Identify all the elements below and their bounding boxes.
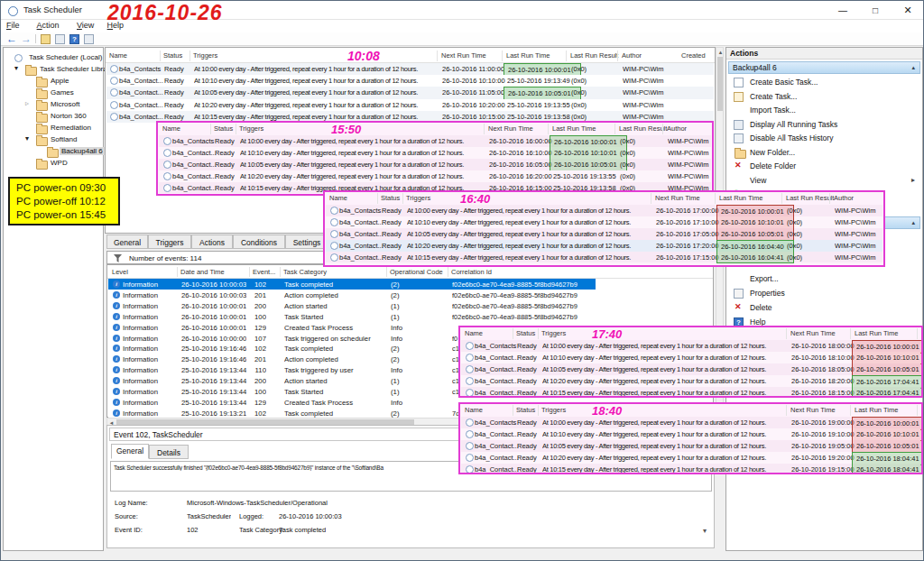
column-header-status[interactable]: Status [214, 124, 233, 133]
history-event-row[interactable]: iInformation26-10-2016 10:00:03102Task c… [108, 279, 596, 290]
column-header-author[interactable]: Author [667, 124, 687, 133]
task-row[interactable]: b4a_Contact...ReadyAt 10:10 every day - … [106, 75, 714, 87]
event-id: 200 [230, 302, 266, 310]
scrollbar-thumb[interactable] [717, 57, 723, 111]
tree-item-wpd[interactable]: WPD [4, 157, 103, 169]
minimize-button[interactable]: — [827, 1, 859, 20]
column-header-last-run-time[interactable]: Last Run Time [855, 329, 898, 337]
column-header-triggers[interactable]: Triggers [239, 124, 263, 133]
tab-event-details[interactable]: Details [149, 445, 189, 459]
column-header-next-run-time[interactable]: Next Run Time [441, 51, 486, 60]
column-header-task-category[interactable]: Task Category [283, 268, 327, 276]
actions-section-backup4all[interactable]: Backup4all 6 ▴ [728, 61, 920, 74]
action-item-create-task-[interactable]: Create Task... [726, 90, 922, 104]
tree-item-remediation[interactable]: Remediation [4, 122, 103, 133]
back-arrow-icon[interactable]: ← [6, 32, 17, 45]
action-item-view[interactable]: View▸ [726, 174, 922, 188]
event-opcode: (1) [391, 302, 423, 310]
forward-arrow-icon[interactable]: → [21, 32, 32, 45]
column-header-triggers[interactable]: Triggers [541, 329, 566, 337]
help-icon[interactable]: ? [69, 34, 79, 44]
column-header-next-run-time[interactable]: Next Run Time [488, 124, 533, 133]
tab-actions[interactable]: Actions [191, 235, 233, 249]
chevron-expanded-icon[interactable]: ▾ [25, 134, 29, 143]
column-header-last-run-result[interactable]: Last Run Result [619, 124, 667, 133]
column-header-triggers[interactable]: Triggers [406, 194, 430, 202]
history-event-row[interactable]: iInformation26-10-2016 10:00:01200Action… [108, 300, 712, 311]
collapse-arrow-icon[interactable]: ▴ [911, 219, 915, 226]
history-event-row[interactable]: iInformation26-10-2016 10:00:01100Task S… [108, 311, 712, 322]
tree-item-backup4all-6[interactable]: Backup4all 6 [4, 145, 103, 157]
column-header-last-run-time[interactable]: Last Run Time [719, 194, 762, 202]
column-header-next-run-time[interactable]: Next Run Time [790, 329, 836, 337]
column-header-last-run-result[interactable]: Last Run Result [570, 51, 618, 60]
column-header-triggers[interactable]: Triggers [541, 406, 566, 414]
tree-item-norton-360[interactable]: Norton 360 [4, 110, 103, 122]
tab-general[interactable]: General [106, 235, 148, 249]
action-item-create-basic-task-[interactable]: Create Basic Task... [726, 76, 922, 89]
tree-item-task-scheduler-library[interactable]: ▾Task Scheduler Library [4, 63, 103, 75]
action-item-display-all-running-tasks[interactable]: Display All Running Tasks [726, 118, 922, 132]
column-header-name[interactable]: Name [329, 194, 347, 202]
tree-item-task-scheduler-local-[interactable]: Task Scheduler (Local) [4, 51, 103, 63]
close-button[interactable]: ✕ [892, 1, 924, 20]
tab-event-general[interactable]: General [111, 444, 149, 459]
menu-view[interactable]: View [77, 21, 94, 30]
tree-item-apple[interactable]: Apple [4, 75, 103, 87]
column-header-name[interactable]: Name [109, 51, 127, 60]
column-header-last-run-result[interactable]: Last Run Result [921, 406, 923, 414]
column-header-status[interactable]: Status [516, 406, 535, 414]
column-header-last-run-result[interactable]: Last Run Result [921, 329, 923, 337]
column-header-status[interactable]: Status [516, 329, 535, 337]
task-author: WIM-PC\Wim [668, 172, 714, 180]
menu-file[interactable]: File [6, 21, 20, 30]
task-row[interactable]: b4a_Contact...ReadyAt 10:05 every day - … [106, 87, 714, 98]
menu-action[interactable]: Action [37, 21, 60, 30]
tab-conditions[interactable]: Conditions [233, 235, 285, 249]
collapse-arrow-icon[interactable]: ▴ [911, 64, 915, 71]
show-console-tree-icon[interactable] [41, 34, 51, 44]
column-header-next-run-time[interactable]: Next Run Time [790, 406, 836, 414]
scroll-up-arrow[interactable]: ▴ [716, 48, 725, 56]
tree-item-softland[interactable]: ▾Softland [4, 133, 103, 145]
column-header-level[interactable]: Level [112, 268, 128, 276]
action-item-properties[interactable]: Properties [726, 287, 922, 300]
scroll-down-chevron-icon[interactable]: ▾ [703, 527, 707, 535]
column-header-event-[interactable]: Event... [253, 268, 275, 276]
column-header-created[interactable]: Created [681, 51, 706, 60]
column-header-last-run-time[interactable]: Last Run Time [855, 406, 898, 414]
action-item-delete[interactable]: ✕Delete [726, 301, 922, 315]
chevron-expanded-icon[interactable]: ▾ [14, 64, 18, 72]
task-row[interactable]: b4a_ContactsReadyAt 10:00 every day - Af… [106, 63, 714, 75]
tab-triggers[interactable]: Triggers [148, 235, 191, 249]
standard-window-icon[interactable] [55, 34, 65, 44]
action-item-import-task-[interactable]: Import Task... [726, 104, 922, 117]
column-header-author[interactable]: Author [834, 194, 854, 202]
history-event-row[interactable]: iInformation26-10-2016 10:00:03201Action… [108, 290, 712, 300]
tree-item-microsoft[interactable]: ▹Microsoft [4, 98, 103, 110]
column-header-triggers[interactable]: Triggers [193, 51, 217, 60]
column-header-name[interactable]: Name [162, 124, 180, 133]
action-item-new-folder-[interactable]: New Folder... [726, 146, 922, 160]
maximize-button[interactable]: □ [859, 1, 892, 20]
chevron-collapsed-icon[interactable]: ▹ [25, 99, 29, 107]
column-header-name[interactable]: Name [465, 406, 483, 414]
column-header-correlation-id[interactable]: Correlation Id [451, 268, 492, 276]
column-header-last-run-time[interactable]: Last Run Time [552, 124, 596, 133]
column-header-status[interactable]: Status [381, 194, 400, 202]
column-header-operational-code[interactable]: Operational Code [390, 268, 443, 276]
action-item-delete-folder[interactable]: ✕Delete Folder [726, 160, 922, 173]
column-header-date-and-time[interactable]: Date and Time [180, 268, 225, 276]
task-row[interactable]: b4a_Contact...ReadyAt 10:20 every day - … [106, 99, 714, 111]
action-pane-icon[interactable] [84, 34, 94, 44]
column-header-name[interactable]: Name [465, 329, 483, 337]
column-header-status[interactable]: Status [163, 51, 182, 60]
column-header-last-run-time[interactable]: Last Run Time [506, 51, 550, 60]
tab-settings[interactable]: Settings [285, 235, 328, 249]
action-item-export-[interactable]: Export... [726, 272, 922, 286]
column-header-author[interactable]: Author [622, 51, 642, 60]
column-header-last-run-result[interactable]: Last Run Result [786, 194, 834, 202]
action-item-disable-all-tasks-history[interactable]: Disable All Tasks History [726, 132, 922, 145]
column-header-next-run-time[interactable]: Next Run Time [655, 194, 700, 202]
tree-item-games[interactable]: Games [4, 87, 103, 98]
